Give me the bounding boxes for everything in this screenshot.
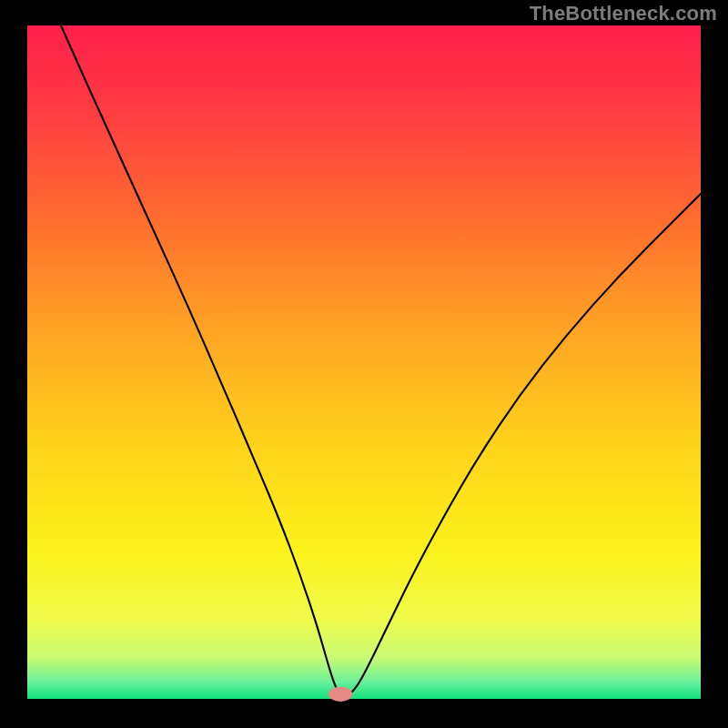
minimum-marker: [329, 687, 353, 702]
watermark-label: TheBottleneck.com: [530, 2, 717, 25]
bottleneck-chart: [0, 0, 728, 728]
chart-container: TheBottleneck.com: [0, 0, 728, 728]
plot-background: [27, 25, 701, 699]
